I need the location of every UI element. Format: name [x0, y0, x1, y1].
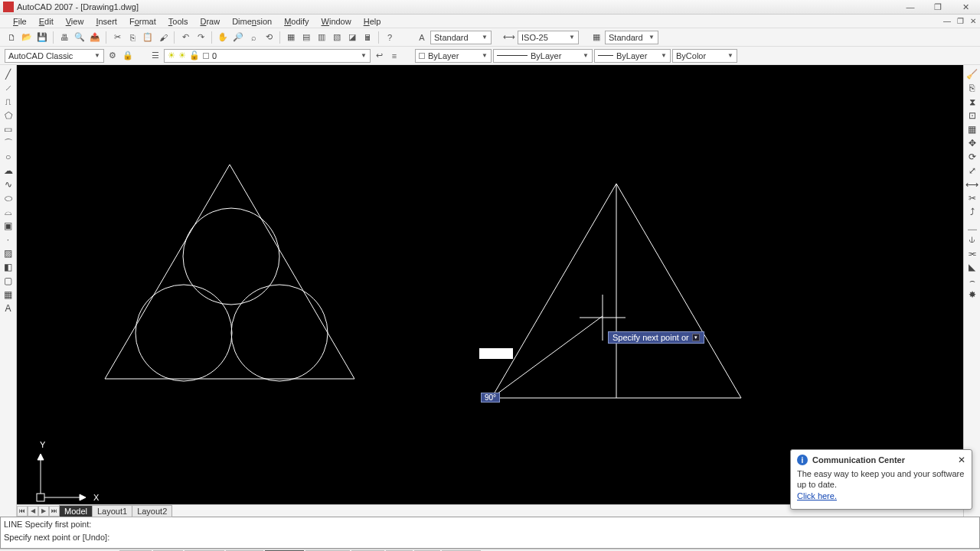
workspace-settings-button[interactable]: ⚙ — [106, 49, 119, 63]
design-center-button[interactable]: ▤ — [299, 31, 313, 44]
xline-tool[interactable]: ⟋ — [2, 82, 15, 94]
circle-tool[interactable]: ○ — [2, 151, 15, 163]
menu-view[interactable]: View — [60, 16, 90, 27]
tab-layout1[interactable]: Layout1 — [92, 505, 132, 517]
tool-palettes-button[interactable]: ▥ — [315, 31, 328, 44]
tab-prev[interactable]: ◀ — [28, 506, 38, 517]
offset-tool[interactable]: ⊡ — [965, 109, 979, 122]
text-style-icon[interactable]: A — [415, 31, 429, 44]
pline-tool[interactable]: ⎍ — [2, 96, 15, 108]
redo-button[interactable]: ↷ — [194, 31, 207, 44]
tab-layout2[interactable]: Layout2 — [132, 505, 172, 517]
layer-prev-button[interactable]: ↩ — [372, 49, 386, 63]
dynamic-input-box[interactable] — [479, 348, 513, 359]
tab-model[interactable]: Model — [59, 505, 93, 517]
preview-button[interactable]: 🔍 — [73, 31, 87, 44]
markup-button[interactable]: ◪ — [345, 31, 359, 44]
explode-tool[interactable]: ✸ — [965, 289, 979, 301]
tab-next[interactable]: ▶ — [38, 506, 49, 517]
workspace-dropdown[interactable]: AutoCAD Classic▼ — [5, 49, 104, 63]
gradient-tool[interactable]: ◧ — [2, 261, 15, 273]
mtext-tool[interactable]: A — [2, 302, 15, 315]
array-tool[interactable]: ▦ — [965, 123, 979, 135]
dim-style-dropdown[interactable]: ISO-25▼ — [518, 31, 579, 44]
lineweight-dropdown[interactable]: ByLayer▼ — [594, 49, 671, 63]
dim-style-icon[interactable]: ⟷ — [502, 31, 516, 44]
color-dropdown[interactable]: ByLayer▼ — [415, 49, 492, 63]
join-tool[interactable]: ⫘ — [965, 247, 979, 259]
doc-close[interactable]: ✕ — [968, 16, 978, 27]
workspace-lock-button[interactable]: 🔒 — [121, 49, 135, 63]
tab-last[interactable]: ⏭ — [49, 506, 60, 517]
zoom-win-button[interactable]: ⌕ — [247, 31, 260, 44]
polygon-tool[interactable]: ⬠ — [2, 109, 15, 122]
arc-tool[interactable]: ⌒ — [2, 137, 15, 149]
match-props-button[interactable]: 🖌 — [156, 31, 170, 44]
trim-tool[interactable]: ✂ — [965, 192, 979, 204]
hatch-tool[interactable]: ▨ — [2, 247, 15, 259]
erase-tool[interactable]: 🧹 — [965, 68, 979, 80]
menu-file[interactable]: File — [8, 16, 32, 27]
ellipse-arc-tool[interactable]: ⌓ — [2, 206, 15, 218]
fillet-tool[interactable]: ⌢ — [965, 275, 979, 287]
point-tool[interactable]: · — [2, 233, 15, 246]
maximize-button[interactable]: ❐ — [926, 1, 949, 13]
spline-tool[interactable]: ∿ — [2, 178, 15, 191]
ellipse-tool[interactable]: ⬭ — [2, 192, 15, 204]
copy-button[interactable]: ⎘ — [126, 31, 139, 44]
save-button[interactable]: 💾 — [35, 31, 49, 44]
menu-window[interactable]: Window — [316, 16, 357, 27]
stretch-tool[interactable]: ⟷ — [965, 178, 979, 191]
zoom-prev-button[interactable]: ⟲ — [262, 31, 276, 44]
move-tool[interactable]: ✥ — [965, 137, 979, 149]
properties-button[interactable]: ▦ — [284, 31, 298, 44]
undo-button[interactable]: ↶ — [178, 31, 192, 44]
cut-button[interactable]: ✂ — [110, 31, 124, 44]
pan-button[interactable]: ✋ — [216, 31, 230, 44]
extend-tool[interactable]: ⤴ — [965, 206, 979, 218]
menu-modify[interactable]: Modify — [279, 16, 314, 27]
command-window[interactable]: LINE Specify first point: Specify next p… — [0, 517, 980, 549]
mirror-tool[interactable]: ⧗ — [965, 96, 979, 108]
help-button[interactable]: ? — [383, 31, 397, 44]
layer-dropdown[interactable]: ☀☀🔓 0▼ — [164, 49, 371, 63]
zoom-rt-button[interactable]: 🔎 — [231, 31, 245, 44]
doc-minimize[interactable]: — — [942, 16, 952, 27]
quickcalc-button[interactable]: 🖩 — [361, 31, 374, 44]
linetype-dropdown[interactable]: ByLayer▼ — [493, 49, 593, 63]
new-button[interactable]: 🗋 — [5, 31, 18, 44]
rotate-tool[interactable]: ⟳ — [965, 151, 979, 163]
layer-props-button[interactable]: ☰ — [149, 49, 162, 63]
text-style-dropdown[interactable]: Standard▼ — [430, 31, 492, 44]
menu-tools[interactable]: Tools — [163, 16, 194, 27]
plotstyle-dropdown[interactable]: ByColor▼ — [672, 49, 737, 63]
block-tool[interactable]: ▣ — [2, 220, 15, 232]
table-style-dropdown[interactable]: Standard▼ — [605, 31, 658, 44]
menu-format[interactable]: Format — [124, 16, 162, 27]
publish-button[interactable]: 📤 — [88, 31, 102, 44]
open-button[interactable]: 📂 — [20, 31, 34, 44]
paste-button[interactable]: 📋 — [141, 31, 155, 44]
cc-close-button[interactable]: ✕ — [958, 455, 965, 465]
menu-insert[interactable]: Insert — [90, 16, 122, 27]
table-style-icon[interactable]: ▦ — [590, 31, 603, 44]
print-button[interactable]: 🖶 — [57, 31, 71, 44]
menu-help[interactable]: Help — [358, 16, 387, 27]
doc-restore[interactable]: ❐ — [955, 16, 965, 27]
close-button[interactable]: ✕ — [954, 1, 977, 13]
table-tool[interactable]: ▦ — [2, 289, 15, 301]
sheet-set-button[interactable]: ▧ — [330, 31, 344, 44]
cc-link[interactable]: Click here. — [797, 491, 837, 500]
chamfer-tool[interactable]: ◣ — [965, 261, 979, 273]
layer-state-button[interactable]: ≡ — [387, 49, 401, 63]
line-tool[interactable]: ╱ — [2, 68, 15, 80]
menu-draw[interactable]: Draw — [194, 16, 225, 27]
copy-tool[interactable]: ⎘ — [965, 82, 979, 94]
break-at-tool[interactable]: ⸏ — [965, 220, 979, 232]
scale-tool[interactable]: ⤢ — [965, 165, 979, 177]
rectangle-tool[interactable]: ▭ — [2, 123, 15, 135]
revcloud-tool[interactable]: ☁ — [2, 165, 15, 177]
break-tool[interactable]: ⫝ — [965, 233, 979, 246]
tab-first[interactable]: ⏮ — [17, 506, 28, 517]
menu-dimension[interactable]: Dimension — [227, 16, 277, 27]
